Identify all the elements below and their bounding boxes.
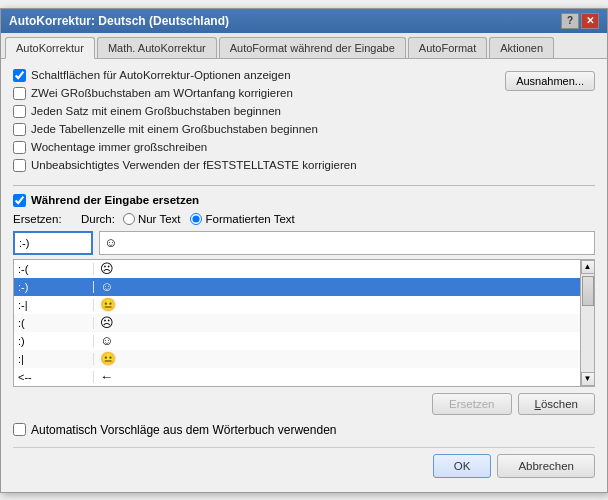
- ersetzen-input[interactable]: [13, 231, 93, 255]
- checkbox-1[interactable]: [13, 87, 26, 100]
- table-inner: :-( ☹ :-) ☺ :-| 😐 :(: [14, 260, 580, 386]
- tab-content: Schaltflächen für AutoKorrektur-Optionen…: [1, 59, 607, 492]
- title-bar: AutoKorrektur: Deutsch (Deutschland) ? ✕: [1, 9, 607, 33]
- checkboxes-group: Schaltflächen für AutoKorrektur-Optionen…: [13, 69, 505, 177]
- table-cell-right: 😐: [94, 297, 580, 312]
- tab-bar: AutoKorrektur Math. AutoKorrektur AutoFo…: [1, 33, 607, 59]
- table-cell-left: <--: [14, 371, 94, 383]
- radio-formatiert-label: Formatierten Text: [205, 213, 294, 225]
- durch-input[interactable]: [99, 231, 595, 255]
- input-row: [13, 231, 595, 255]
- help-button[interactable]: ?: [561, 13, 579, 29]
- ersetzen-label: Ersetzen:: [13, 213, 73, 225]
- radio-nur-text-row: Nur Text: [123, 213, 181, 225]
- replacement-table: :-( ☹ :-) ☺ :-| 😐 :(: [13, 259, 595, 387]
- table-row[interactable]: :| 😐: [14, 350, 580, 368]
- checkbox-5[interactable]: [13, 159, 26, 172]
- ausnahmen-button[interactable]: Ausnahmen...: [505, 71, 595, 91]
- checkbox-label-5: Unbeabsichtigtes Verwenden der fESTSTELL…: [31, 159, 357, 171]
- radio-nur-text-label: Nur Text: [138, 213, 181, 225]
- scroll-down-button[interactable]: ▼: [581, 372, 595, 386]
- radio-nur-text[interactable]: [123, 213, 135, 225]
- wahrend-label-text: Während der Eingabe ersetzen: [31, 194, 199, 206]
- ersetzen-durch-row: Ersetzen: Durch: Nur Text Formatierten T…: [13, 213, 595, 225]
- ersetzen-button[interactable]: Ersetzen: [432, 393, 511, 415]
- footer-buttons: OK Abbrechen: [13, 447, 595, 482]
- checkbox-label-1: ZWei GRoßbuchstaben am WOrtanfang korrig…: [31, 87, 293, 99]
- tab-autokorrektur[interactable]: AutoKorrektur: [5, 37, 95, 59]
- loeschen-button[interactable]: Löschen: [518, 393, 596, 415]
- tab-aktionen[interactable]: Aktionen: [489, 37, 554, 58]
- table-cell-right: ☹: [94, 315, 580, 330]
- radio-formatiert-row: Formatierten Text: [190, 213, 294, 225]
- title-controls: ? ✕: [561, 13, 599, 29]
- table-cell-left: :-|: [14, 299, 94, 311]
- abbrechen-button[interactable]: Abbrechen: [497, 454, 595, 478]
- tab-math-autokorrektur[interactable]: Math. AutoKorrektur: [97, 37, 217, 58]
- durch-label: Durch:: [81, 213, 115, 225]
- ok-button[interactable]: OK: [433, 454, 492, 478]
- table-row[interactable]: :-) ☺: [14, 278, 580, 296]
- checkbox-label-0: Schaltflächen für AutoKorrektur-Optionen…: [31, 69, 291, 81]
- auto-suggest-checkbox[interactable]: [13, 423, 26, 436]
- scroll-thumb[interactable]: [582, 276, 594, 306]
- table-row[interactable]: :-| 😐: [14, 296, 580, 314]
- window-title: AutoKorrektur: Deutsch (Deutschland): [9, 14, 229, 28]
- checkbox-section: Schaltflächen für AutoKorrektur-Optionen…: [13, 69, 595, 177]
- checkbox-0[interactable]: [13, 69, 26, 82]
- auto-suggest-row: Automatisch Vorschläge aus dem Wörterbuc…: [13, 423, 595, 437]
- table-row[interactable]: :-( ☹: [14, 260, 580, 278]
- divider-1: [13, 185, 595, 186]
- checkbox-label-3: Jede Tabellenzelle mit einem Großbuchsta…: [31, 123, 318, 135]
- wahrend-checkbox[interactable]: [13, 194, 26, 207]
- scrollbar[interactable]: ▲ ▼: [580, 260, 594, 386]
- table-cell-right: 😐: [94, 351, 580, 366]
- auto-suggest-label: Automatisch Vorschläge aus dem Wörterbuc…: [31, 423, 337, 437]
- checkbox-row-3: Jede Tabellenzelle mit einem Großbuchsta…: [13, 123, 505, 136]
- table-cell-left: :|: [14, 353, 94, 365]
- tab-autoformat-eingabe[interactable]: AutoFormat während der Eingabe: [219, 37, 406, 58]
- table-cell-right: ☹: [94, 261, 580, 276]
- table-cell-left: :(: [14, 317, 94, 329]
- table-cell-right: ☺: [94, 279, 580, 294]
- wahrend-label-row: Während der Eingabe ersetzen: [13, 194, 595, 207]
- table-cell-left: :-): [14, 281, 94, 293]
- scroll-up-button[interactable]: ▲: [581, 260, 595, 274]
- main-window: AutoKorrektur: Deutsch (Deutschland) ? ✕…: [0, 8, 608, 493]
- checkbox-row-0: Schaltflächen für AutoKorrektur-Optionen…: [13, 69, 505, 82]
- checkbox-2[interactable]: [13, 105, 26, 118]
- table-row[interactable]: <-- ←: [14, 368, 580, 386]
- wahrend-section: Während der Eingabe ersetzen Ersetzen: D…: [13, 194, 595, 437]
- loeschen-label: Löschen: [535, 398, 579, 410]
- table-cell-right: ←: [94, 369, 580, 384]
- tab-autoformat[interactable]: AutoFormat: [408, 37, 487, 58]
- checkbox-4[interactable]: [13, 141, 26, 154]
- table-cell-left: :): [14, 335, 94, 347]
- close-button[interactable]: ✕: [581, 13, 599, 29]
- action-buttons: Ersetzen Löschen: [13, 393, 595, 415]
- table-cell-right: ☺: [94, 333, 580, 348]
- checkbox-row-2: Jeden Satz mit einem Großbuchstaben begi…: [13, 105, 505, 118]
- checkbox-label-2: Jeden Satz mit einem Großbuchstaben begi…: [31, 105, 281, 117]
- scroll-track: [581, 308, 594, 372]
- checkbox-row-4: Wochentage immer großschreiben: [13, 141, 505, 154]
- checkbox-label-4: Wochentage immer großschreiben: [31, 141, 207, 153]
- table-cell-left: :-(: [14, 263, 94, 275]
- checkbox-3[interactable]: [13, 123, 26, 136]
- radio-formatiert[interactable]: [190, 213, 202, 225]
- radio-group: Nur Text Formatierten Text: [123, 213, 295, 225]
- table-row[interactable]: :) ☺: [14, 332, 580, 350]
- table-row[interactable]: :( ☹: [14, 314, 580, 332]
- checkbox-row-1: ZWei GRoßbuchstaben am WOrtanfang korrig…: [13, 87, 505, 100]
- checkbox-row-5: Unbeabsichtigtes Verwenden der fESTSTELL…: [13, 159, 505, 172]
